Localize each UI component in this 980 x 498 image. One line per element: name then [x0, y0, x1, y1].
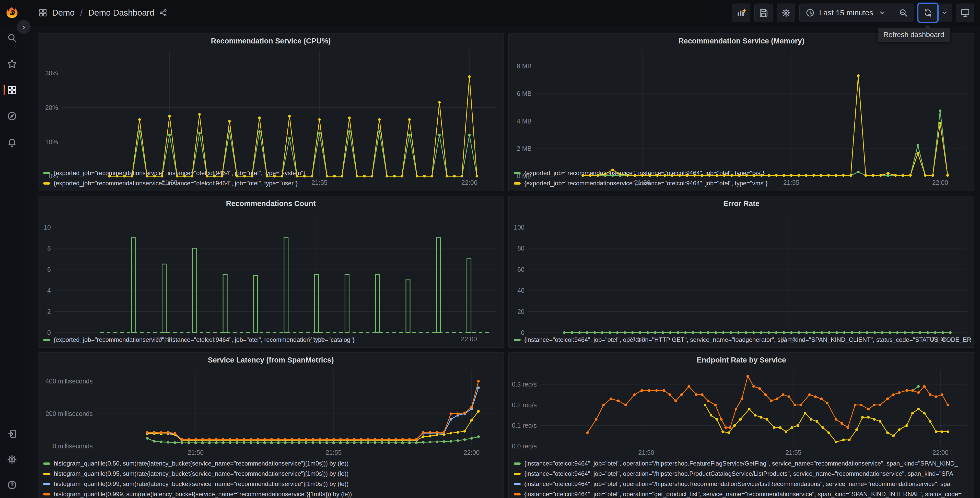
dashboard-settings-button[interactable]: [777, 3, 795, 22]
svg-text:10%: 10%: [45, 138, 58, 145]
svg-text:21:55: 21:55: [781, 335, 797, 343]
legend-item[interactable]: histogram_quantile(0.95, sum(rate(latenc…: [43, 469, 501, 479]
tooltip-text: Refresh dashboard: [883, 31, 944, 38]
svg-text:21:55: 21:55: [783, 179, 799, 186]
panel-title[interactable]: Recommendations Count: [38, 196, 504, 209]
recommendations-count-chart[interactable]: 21:5021:5522:000246810: [38, 209, 504, 334]
chart-svg[interactable]: 21:5021:5522:000 MB2 MB4 MB6 MB8 MB: [509, 47, 974, 188]
sidebar-item-search[interactable]: [0, 32, 24, 44]
svg-text:21:50: 21:50: [188, 449, 204, 456]
sidebar-item-starred[interactable]: [0, 58, 24, 70]
apps-grid-icon: [38, 8, 48, 18]
share-icon[interactable]: [159, 8, 168, 17]
svg-text:22:00: 22:00: [464, 449, 480, 456]
chart-svg[interactable]: 21:5021:5522:000246810: [38, 209, 504, 344]
svg-text:6: 6: [47, 266, 51, 273]
sidebar-item-help[interactable]: [0, 479, 24, 491]
panel-recommendations-count: Recommendations Count 21:5021:5522:00024…: [38, 196, 504, 348]
kiosk-mode-button[interactable]: [956, 3, 974, 22]
svg-text:4: 4: [47, 287, 51, 294]
svg-text:6 MB: 6 MB: [517, 90, 531, 97]
panel-recommendation-memory: Recommendation Service (Memory) 21:5021:…: [508, 33, 974, 191]
dashboard-grid: Recommendation Service (CPU%) 21:5021:55…: [24, 26, 980, 498]
zoom-out-button[interactable]: [893, 4, 914, 22]
legend-item[interactable]: histogram_quantile(0.99, sum(rate(latenc…: [43, 479, 501, 489]
legend-swatch-icon: [43, 493, 50, 495]
svg-text:20%: 20%: [45, 104, 58, 111]
svg-text:0: 0: [47, 329, 51, 336]
sidebar-expand-button[interactable]: ›: [17, 20, 31, 34]
time-range-picker[interactable]: Last 15 minutes: [800, 4, 892, 22]
sidebar-item-explore[interactable]: [0, 110, 24, 122]
legend-item[interactable]: {instance="otelcol:9464", job="otel", op…: [514, 489, 971, 498]
sidebar-item-dashboards[interactable]: [0, 84, 24, 96]
svg-text:21:50: 21:50: [156, 335, 172, 343]
svg-text:0.1 req/s: 0.1 req/s: [512, 422, 537, 429]
svg-text:0.3 req/s: 0.3 req/s: [512, 381, 537, 388]
legend-label: {instance="otelcol:9464", job="otel", op…: [524, 460, 958, 467]
svg-text:0 milliseconds: 0 milliseconds: [52, 442, 93, 450]
chart-svg[interactable]: 21:5021:5522:000.0 req/s0.1 req/s0.2 req…: [509, 366, 974, 458]
chart-svg[interactable]: 21:5021:5522:00020406080100: [509, 209, 974, 344]
svg-text:21:50: 21:50: [634, 179, 651, 186]
tooltip-arrow: [925, 25, 931, 28]
svg-text:21:50: 21:50: [638, 449, 654, 456]
svg-text:200 milliseconds: 200 milliseconds: [46, 410, 93, 417]
save-dashboard-button[interactable]: [754, 3, 773, 22]
refresh-group: [918, 3, 952, 22]
sidebar-item-settings[interactable]: [0, 453, 24, 465]
error-rate-chart[interactable]: 21:5021:5522:00020406080100: [509, 209, 974, 334]
chart-svg[interactable]: 21:5021:5522:000 milliseconds200 millise…: [38, 366, 504, 458]
svg-text:21:50: 21:50: [161, 179, 178, 186]
endpoint-rate-legend: {instance="otelcol:9464", job="otel", op…: [509, 458, 974, 498]
svg-text:22:00: 22:00: [932, 179, 948, 186]
service-latency-legend: histogram_quantile(0.50, sum(rate(latenc…: [38, 458, 504, 498]
panel-endpoint-rate: Endpoint Rate by Service 21:5021:5522:00…: [508, 352, 974, 498]
svg-text:8: 8: [47, 245, 51, 252]
legend-item[interactable]: {instance="otelcol:9464", job="otel", op…: [514, 469, 971, 479]
panel-title[interactable]: Service Latency (from SpanMetrics): [38, 353, 504, 366]
chevron-down-icon: [877, 8, 887, 18]
breadcrumb-page[interactable]: Demo Dashboard: [88, 8, 154, 18]
svg-text:40: 40: [517, 287, 525, 294]
legend-swatch-icon: [514, 473, 521, 475]
zoom-out-icon: [899, 8, 908, 18]
svg-text:21:50: 21:50: [629, 335, 645, 343]
svg-text:4 MB: 4 MB: [517, 118, 531, 125]
legend-item[interactable]: {instance="otelcol:9464", job="otel", op…: [514, 458, 971, 469]
panel-title[interactable]: Recommendation Service (CPU%): [38, 34, 504, 47]
sidebar-item-alerting[interactable]: [0, 136, 24, 148]
chevron-down-icon: [940, 8, 949, 18]
refresh-tooltip: Refresh dashboard: [878, 28, 950, 42]
legend-label: histogram_quantile(0.95, sum(rate(latenc…: [54, 470, 348, 477]
legend-item[interactable]: {instance="otelcol:9464", job="otel", op…: [514, 479, 971, 489]
breadcrumb-section[interactable]: Demo: [52, 8, 75, 18]
sidebar-item-sign-in[interactable]: [0, 428, 24, 440]
svg-text:80: 80: [517, 245, 525, 252]
compass-icon: [6, 111, 18, 121]
service-latency-chart[interactable]: 21:5021:5522:000 milliseconds200 millise…: [38, 366, 504, 458]
legend-label: {instance="otelcol:9464", job="otel", op…: [524, 470, 953, 477]
refresh-icon: [923, 8, 933, 18]
breadcrumb: Demo / Demo Dashboard: [38, 8, 168, 18]
dashboards-grid-icon: [6, 85, 18, 95]
panel-title[interactable]: Endpoint Rate by Service: [509, 353, 974, 366]
endpoint-rate-chart[interactable]: 21:5021:5522:000.0 req/s0.1 req/s0.2 req…: [509, 366, 974, 458]
svg-text:21:55: 21:55: [312, 179, 328, 186]
svg-text:22:00: 22:00: [932, 335, 948, 343]
panel-title[interactable]: Error Rate: [509, 196, 974, 209]
refresh-interval-dropdown[interactable]: [937, 4, 951, 22]
grafana-logo[interactable]: [0, 6, 24, 19]
svg-text:10: 10: [44, 224, 51, 231]
panel-recommendation-cpu: Recommendation Service (CPU%) 21:5021:55…: [38, 33, 504, 191]
active-indicator: [3, 85, 5, 95]
svg-text:0.0 req/s: 0.0 req/s: [512, 442, 537, 450]
refresh-button[interactable]: [918, 4, 937, 22]
memory-chart[interactable]: 21:5021:5522:000 MB2 MB4 MB6 MB8 MB: [509, 47, 974, 168]
cpu-chart[interactable]: 21:5021:5522:000%10%20%30%: [38, 47, 504, 168]
chart-svg[interactable]: 21:5021:5522:000%10%20%30%: [38, 47, 504, 188]
legend-item[interactable]: histogram_quantile(0.999, sum(rate(laten…: [43, 489, 501, 498]
svg-text:22:00: 22:00: [461, 179, 477, 186]
legend-item[interactable]: histogram_quantile(0.50, sum(rate(latenc…: [43, 458, 501, 469]
add-panel-button[interactable]: [732, 3, 750, 22]
